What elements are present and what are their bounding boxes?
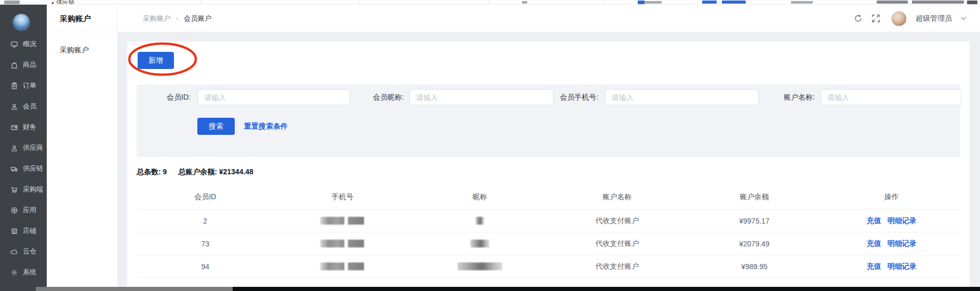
search-field-input-2[interactable]: [409, 89, 554, 105]
clipped-fragment: [877, 1, 908, 4]
total-balance-label: 总账户余额:: [178, 168, 217, 176]
phone-redaction: [320, 240, 364, 247]
fullscreen-icon[interactable]: [871, 14, 880, 23]
table-header-row: 会员ID手机号昵称账户名称账户余额操作: [137, 185, 960, 210]
actions-cell: 充值明细记录: [823, 232, 960, 255]
breadcrumb-current: 会员账户: [184, 15, 212, 22]
member-id-cell: 73: [137, 232, 274, 255]
header-bar: 采购账户›会员账户 超级管理员: [118, 5, 980, 32]
table-header-cell: 操作: [823, 185, 960, 209]
clipped-column-line: [488, 0, 489, 5]
search-field-input-4[interactable]: [821, 89, 961, 105]
phone-cell: [274, 210, 411, 232]
sidebar-item-3[interactable]: 订单: [0, 75, 47, 96]
table-header-cell: 账户名称: [548, 185, 686, 209]
sidebar-item-label: 订单: [23, 81, 36, 90]
detail-record-link[interactable]: 明细记录: [888, 216, 917, 226]
phone-redaction: [320, 217, 364, 225]
sidebar-item-7[interactable]: 供应链: [0, 158, 47, 179]
search-button[interactable]: 搜索: [197, 118, 235, 135]
sidebar-item-label: 财务: [23, 122, 36, 132]
search-field-label-3: 会员手机号:: [548, 89, 598, 105]
sidebar-item-8[interactable]: 采购端: [0, 179, 47, 200]
nickname-cell: [411, 255, 548, 278]
sidebar-item-4[interactable]: 会员: [0, 96, 47, 117]
clipped-fragment: [522, 1, 527, 4]
sidebar-item-label: 系统: [23, 268, 36, 277]
header-controls: 超级管理员: [854, 5, 966, 32]
submenu-item[interactable]: 采购账户: [47, 39, 117, 60]
account-name-cell: 代收支付账户: [548, 210, 686, 232]
cloud-icon: [10, 248, 18, 256]
account-name-cell: 代收支付账户: [548, 232, 686, 255]
sidebar-item-label: 供应链: [23, 164, 43, 173]
sidebar-item-6[interactable]: 供应商: [0, 137, 47, 158]
add-button[interactable]: 新增: [138, 52, 174, 69]
cart-icon: [10, 186, 18, 193]
sidebar-item-10[interactable]: 店铺: [0, 220, 47, 241]
breadcrumb-parent[interactable]: 采购账户: [143, 15, 171, 22]
clipped-column-line: [359, 0, 360, 5]
user-avatar[interactable]: [891, 11, 907, 26]
breadcrumb-separator-icon: ›: [176, 14, 179, 22]
sidebar-item-label: 云仓: [23, 247, 36, 256]
clipped-fragment: [4, 1, 20, 4]
refresh-icon[interactable]: [854, 14, 863, 23]
gear-icon: [10, 269, 18, 276]
wallet-icon: [10, 123, 18, 131]
shop-icon: [10, 227, 18, 235]
table-header-cell: 会员ID: [137, 185, 274, 209]
primary-sidebar: 概况商品订单会员财务供应商供应链采购端应用店铺云仓系统: [0, 5, 47, 291]
detail-record-link[interactable]: 明细记录: [888, 239, 917, 248]
table-row: 94代收支付账户¥989.95充值明细记录: [137, 255, 960, 278]
member-id-cell: 94: [137, 255, 274, 278]
user-name[interactable]: 超级管理员: [916, 14, 952, 23]
user-icon: [10, 103, 18, 110]
bottom-clipped-bar: [36, 287, 980, 291]
balance-cell: ¥9975.17: [686, 210, 823, 232]
chevron-down-icon[interactable]: [961, 17, 966, 20]
reset-search-link[interactable]: 重置搜索条件: [244, 118, 288, 135]
clipped-fragment: [967, 1, 977, 4]
secondary-sidebar: 采购账户 采购账户: [47, 5, 118, 287]
table-body: 2代收支付账户¥9975.17充值明细记录73代收支付账户¥2079.49充值明…: [137, 210, 960, 278]
sidebar-item-12[interactable]: 系统: [0, 262, 47, 283]
nickname-redaction: [476, 217, 484, 225]
user-icon: [10, 144, 18, 152]
main-content: 新增 会员ID:会员昵称:会员手机号:账户名称:搜索重置搜索条件 总条数: 9 …: [118, 32, 980, 291]
sidebar-item-label: 商品: [23, 60, 36, 70]
clipped-fragment: [791, 1, 813, 4]
search-field-input-1[interactable]: [197, 89, 350, 105]
clipped-blue-icon: [638, 1, 645, 4]
sidebar-item-9[interactable]: 应用: [0, 200, 47, 220]
search-field-label-4: 账户名称:: [764, 89, 815, 105]
total-count-label: 总条数:: [137, 168, 161, 176]
search-field-input-3[interactable]: [605, 89, 759, 105]
company-logo-avatar[interactable]: [12, 13, 30, 31]
account-name-cell: 代收支付账户: [548, 255, 686, 278]
sidebar-item-label: 采购端: [23, 185, 43, 194]
sidebar-item-11[interactable]: 云仓: [0, 241, 47, 262]
recharge-link[interactable]: 充值: [867, 239, 881, 248]
content-card: 新增 会员ID:会员昵称:会员手机号:账户名称:搜索重置搜索条件 总条数: 9 …: [127, 41, 970, 287]
top-clipped-strip: ▸ 供应链: [0, 0, 980, 5]
search-panel: 会员ID:会员昵称:会员手机号:账户名称:搜索重置搜索条件: [137, 85, 960, 157]
table-header-cell: 账户余额: [686, 185, 823, 209]
sidebar-item-label: 应用: [23, 205, 36, 215]
sidebar-item-5[interactable]: 财务: [0, 117, 47, 137]
member-id-cell: 2: [137, 210, 274, 232]
clipped-blue-link: [702, 1, 717, 4]
actions-cell: 充值明细记录: [823, 210, 960, 232]
actions-cell: 充值明细记录: [823, 255, 960, 278]
sidebar-item-2[interactable]: 商品: [0, 54, 47, 75]
recharge-link[interactable]: 充值: [867, 262, 881, 271]
summary-line: 总条数: 9 总账户余额: ¥21344.48: [137, 168, 253, 177]
recharge-link[interactable]: 充值: [867, 216, 881, 226]
clipped-blue-link: [722, 1, 746, 4]
breadcrumb: 采购账户›会员账户: [143, 5, 212, 32]
search-field-label-2: 会员昵称:: [359, 89, 404, 105]
clipped-fragment: [912, 1, 964, 4]
balance-cell: ¥2079.49: [686, 232, 823, 255]
detail-record-link[interactable]: 明细记录: [888, 262, 917, 271]
sidebar-item-1[interactable]: 概况: [0, 34, 47, 54]
